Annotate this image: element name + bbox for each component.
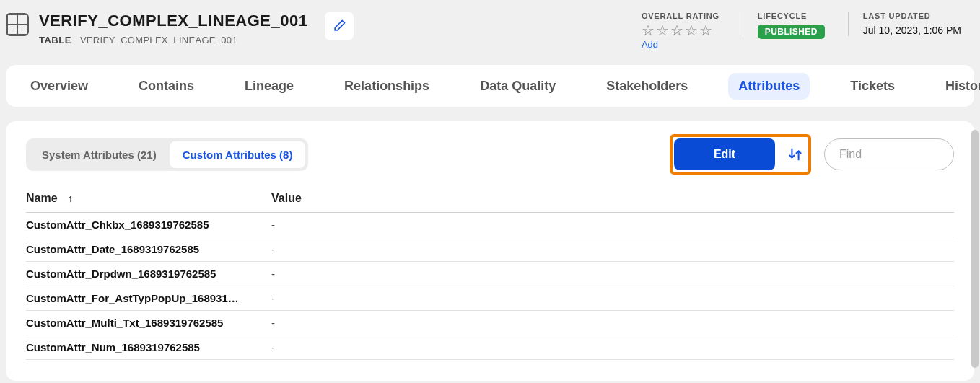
- rating-label: OVERALL RATING: [642, 12, 719, 20]
- rating-stars[interactable]: ☆ ☆ ☆ ☆ ☆: [642, 23, 719, 38]
- page-title: VERIFY_COMPLEX_LINEAGE_001: [39, 12, 307, 30]
- tab-bar: OverviewContainsLineageRelationshipsData…: [6, 65, 974, 107]
- col-value-header[interactable]: Value: [271, 185, 954, 213]
- table-row: CustomAttr_For_AstTypPopUp_168931…-: [26, 286, 954, 311]
- updated-value: Jul 10, 2023, 1:06 PM: [863, 25, 961, 36]
- lifecycle-label: LIFECYCLE: [758, 12, 825, 20]
- attr-name-cell: CustomAttr_Num_1689319762585: [26, 335, 271, 360]
- edit-title-button[interactable]: [325, 12, 354, 40]
- custom-attributes-tab[interactable]: Custom Attributes (8): [170, 141, 306, 168]
- star-icon: ☆: [685, 23, 698, 38]
- page-header: VERIFY_COMPLEX_LINEAGE_001 TABLE VERIFY_…: [0, 0, 980, 65]
- attr-name-cell: CustomAttr_Multi_Txt_1689319762585: [26, 311, 271, 335]
- table-row: CustomAttr_Num_1689319762585-: [26, 335, 954, 360]
- attr-value-cell: -: [271, 213, 954, 237]
- asset-path: VERIFY_COMPLEX_LINEAGE_001: [80, 35, 237, 45]
- attributes-panel: System Attributes (21) Custom Attributes…: [6, 121, 974, 381]
- updated-label: LAST UPDATED: [863, 12, 961, 20]
- tab-history[interactable]: History: [935, 73, 980, 100]
- pencil-icon: [332, 19, 346, 33]
- sort-icon: [787, 146, 803, 162]
- tab-contains[interactable]: Contains: [128, 73, 204, 100]
- tab-overview[interactable]: Overview: [20, 73, 98, 100]
- lifecycle-badge: PUBLISHED: [758, 25, 825, 39]
- table-row: CustomAttr_Multi_Txt_1689319762585-: [26, 311, 954, 335]
- attributes-toolbar: System Attributes (21) Custom Attributes…: [26, 134, 954, 175]
- attributes-table: Name ↑ Value CustomAttr_Chkbx_1689319762…: [26, 185, 954, 360]
- reorder-button[interactable]: [784, 143, 807, 166]
- star-icon: ☆: [699, 23, 712, 38]
- edit-attributes-button[interactable]: Edit: [674, 138, 775, 170]
- attr-name-cell: CustomAttr_Drpdwn_1689319762585: [26, 262, 271, 286]
- tab-stakeholders[interactable]: Stakeholders: [596, 73, 698, 100]
- attr-value-cell: -: [271, 335, 954, 360]
- tab-relationships[interactable]: Relationships: [334, 73, 439, 100]
- table-row: CustomAttr_Date_1689319762585-: [26, 237, 954, 262]
- tab-data-quality[interactable]: Data Quality: [470, 73, 566, 100]
- attr-value-cell: -: [271, 286, 954, 311]
- table-row: CustomAttr_Chkbx_1689319762585-: [26, 213, 954, 237]
- star-icon: ☆: [670, 23, 683, 38]
- attr-value-cell: -: [271, 237, 954, 262]
- vertical-scrollbar[interactable]: [971, 130, 979, 368]
- asset-type: TABLE: [39, 35, 71, 45]
- attribute-scope-toggle: System Attributes (21) Custom Attributes…: [26, 138, 308, 171]
- add-rating-link[interactable]: Add: [642, 39, 719, 50]
- attr-name-cell: CustomAttr_For_AstTypPopUp_168931…: [26, 286, 271, 311]
- table-row: CustomAttr_Drpdwn_1689319762585-: [26, 262, 954, 286]
- col-name-header[interactable]: Name ↑: [26, 185, 271, 213]
- tab-attributes[interactable]: Attributes: [728, 73, 810, 100]
- attr-value-cell: -: [271, 311, 954, 335]
- attr-value-cell: -: [271, 262, 954, 286]
- find-input[interactable]: [824, 138, 954, 170]
- system-attributes-tab[interactable]: System Attributes (21): [29, 141, 170, 168]
- attr-name-cell: CustomAttr_Chkbx_1689319762585: [26, 213, 271, 237]
- col-name-label: Name: [26, 192, 58, 204]
- edit-highlight: Edit: [670, 134, 811, 175]
- tab-tickets[interactable]: Tickets: [840, 73, 905, 100]
- table-icon: [6, 13, 29, 36]
- tab-lineage[interactable]: Lineage: [235, 73, 304, 100]
- attr-name-cell: CustomAttr_Date_1689319762585: [26, 237, 271, 262]
- sort-asc-icon: ↑: [68, 193, 73, 204]
- star-icon: ☆: [642, 23, 655, 38]
- star-icon: ☆: [656, 23, 669, 38]
